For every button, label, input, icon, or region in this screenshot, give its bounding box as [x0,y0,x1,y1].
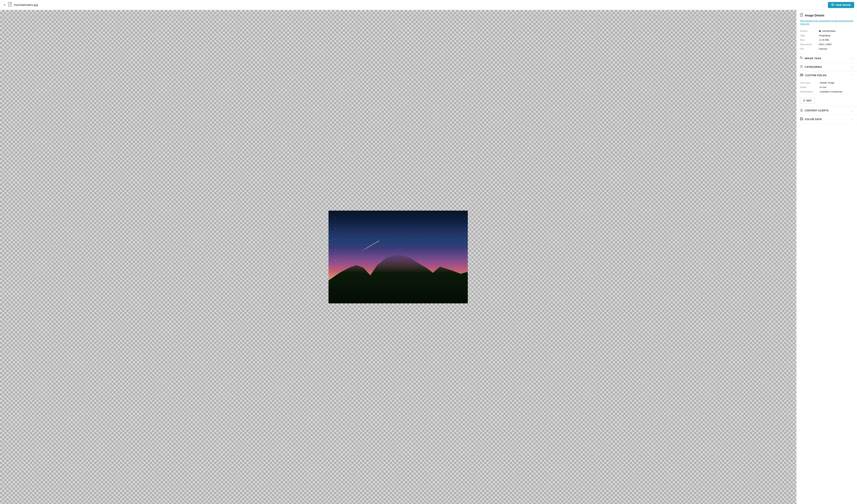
size-value: 11.35 MB [819,38,829,41]
image-tags-header[interactable]: IMAGE TAGS ⌄ [796,54,857,63]
image-tags-section: IMAGE TAGS ⌄ [796,54,857,63]
content-alerts-chevron: ⌄ [851,109,854,112]
header-left: × mountainstars.jpg [3,2,38,8]
file-icon [8,2,12,8]
color-data-title: COLOR DATA [805,118,822,121]
dpi-value: Unkown [819,48,827,50]
close-button[interactable]: × [3,2,6,8]
categories-title: CATEGORIES [805,66,822,68]
type-value: image/jpeg [819,34,830,37]
header: × mountainstars.jpg HIDE IMAGE [0,0,857,10]
custom-fields-title: CUSTOM FIELDS [805,74,827,77]
edit-label: EDIT [806,99,812,102]
edit-button[interactable]: EDIT [800,98,815,104]
source-value: ▣ zebrafishlabs [819,30,836,32]
use-case-row: Use Case Header Image [800,81,854,85]
color-data-icon [800,118,803,121]
categories-section: CATEGORIES ⌄ [796,63,857,71]
dimensions-label: Dimensions [800,43,819,46]
custom-fields-content: Use Case Header Image Status In Use Perm… [796,80,857,97]
content-alerts-left: CONTENT ALERTS [800,109,829,112]
type-label: Type [800,34,819,37]
details-grid: Source ▣ zebrafishlabs Type image/jpeg S… [796,28,857,54]
categories-chevron: ⌄ [851,66,854,68]
svg-point-20 [801,111,802,111]
filename: mountainstars.jpg [14,3,38,7]
size-row: Size 11.35 MB [800,38,854,42]
svg-rect-22 [801,118,801,119]
color-data-section: COLOR DATA ⌄ [796,115,857,124]
dimensions-value: 5041 x 9060 [819,43,831,46]
image-area [0,10,796,504]
status-row: Status In Use [800,85,854,89]
svg-rect-23 [802,118,802,119]
size-label: Size [800,38,819,41]
categories-left: CATEGORIES [800,65,822,69]
source-label: Source [800,30,819,32]
image-details-header: Image Details [796,10,857,19]
svg-rect-0 [9,2,11,6]
svg-rect-18 [802,75,803,76]
hide-image-button[interactable]: HIDE IMAGE [828,2,854,8]
svg-point-11 [801,57,801,57]
image-tags-chevron: ⌄ [851,57,854,60]
status-value: In Use [820,86,826,88]
tag-icon [800,56,803,60]
dimensions-row: Dimensions 5041 x 9060 [800,42,854,47]
image-tags-title: IMAGE TAGS [805,57,821,60]
source-icon: ▣ [819,30,821,32]
custom-fields-icon [800,74,803,77]
source-row: Source ▣ zebrafishlabs [800,29,854,33]
dpi-row: DPI Unkown [800,47,854,51]
custom-fields-chevron: ⌄ [851,74,854,77]
image-details-section: Image Details https://assets.imgix.net/a… [796,10,857,54]
use-case-label: Use Case [800,81,820,84]
image-details-title: Image Details [805,14,824,17]
dpi-label: DPI [800,48,819,50]
shooting-star [360,241,379,251]
status-label: Status [800,86,820,88]
image-tags-left: IMAGE TAGS [800,56,821,60]
image-wrapper [329,211,468,303]
svg-rect-16 [802,74,803,75]
edit-icon [803,99,805,102]
type-row: Type image/jpeg [800,33,854,38]
svg-rect-15 [800,74,802,75]
svg-rect-17 [800,75,802,76]
hide-image-label: HIDE IMAGE [836,4,851,6]
color-data-header[interactable]: COLOR DATA ⌄ [796,115,857,123]
categories-icon [800,65,803,69]
close-icon: × [3,3,6,7]
image-display [329,211,468,303]
content-alerts-header[interactable]: CONTENT ALERTS ⌄ [796,106,857,115]
main-area: Image Details https://assets.imgix.net/a… [0,10,857,504]
custom-fields-section: CUSTOM FIELDS ⌄ Use Case Header Image St… [796,71,857,106]
custom-fields-header[interactable]: CUSTOM FIELDS ⌄ [796,71,857,80]
content-alerts-section: CONTENT ALERTS ⌄ [796,106,857,115]
custom-fields-left: CUSTOM FIELDS [800,74,827,77]
image-details-icon [800,13,803,18]
permissions-value: Available to download [820,90,842,93]
right-panel: Image Details https://assets.imgix.net/a… [796,10,857,504]
color-data-chevron: ⌄ [851,118,854,121]
svg-rect-24 [801,119,801,120]
categories-header[interactable]: CATEGORIES ⌄ [796,63,857,71]
color-data-left: COLOR DATA [800,118,822,121]
image-url-link[interactable]: https://assets.imgix.net/assets/mountain… [796,19,857,28]
content-alerts-title: CONTENT ALERTS [805,109,829,112]
permissions-label: Permissions [800,90,820,93]
eye-icon [831,3,834,6]
alert-icon [800,109,803,112]
use-case-value: Header Image [820,81,834,84]
svg-rect-7 [800,13,803,17]
svg-rect-25 [802,119,802,120]
permissions-row: Permissions Available to download [800,89,854,94]
